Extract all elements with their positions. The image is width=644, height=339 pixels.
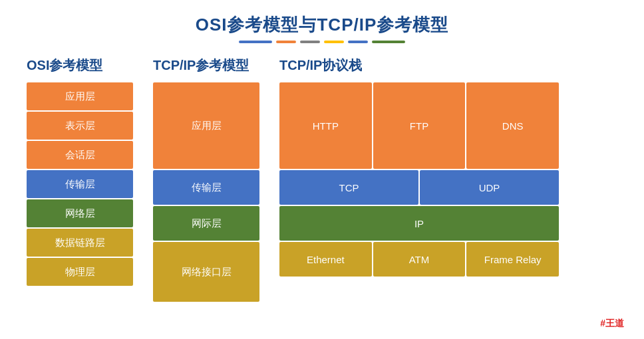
tcpip-proto-header: TCP/IP协议栈: [279, 56, 617, 74]
osi-stack: 应用层表示层会话层传输层网络层数据链路层物理层: [27, 82, 133, 286]
proto-cell-Frame Relay: Frame Relay: [466, 242, 559, 277]
osi-layer-数据链路层: 数据链路层: [27, 229, 133, 257]
page-container: OSI参考模型与TCP/IP参考模型 OSI参考模型 应用层表示层会话层传输层网…: [0, 0, 644, 339]
watermark: #王道: [600, 318, 624, 330]
tcpip-ref-layer-应用层: 应用层: [153, 82, 259, 169]
osi-layer-应用层: 应用层: [27, 82, 133, 110]
decoration-bar: [324, 41, 344, 43]
osi-column: OSI参考模型 应用层表示层会话层传输层网络层数据链路层物理层: [27, 56, 133, 286]
tcpip-ref-column: TCP/IP参考模型 应用层传输层网际层网络接口层: [153, 56, 259, 302]
proto-cell-UDP: UDP: [420, 170, 559, 205]
tcpip-ref-header: TCP/IP参考模型: [153, 56, 259, 74]
proto-cell-IP: IP: [279, 206, 559, 241]
osi-layer-物理层: 物理层: [27, 258, 133, 286]
osi-layer-表示层: 表示层: [27, 112, 133, 140]
proto-row: IP: [279, 206, 559, 241]
decoration-bar: [348, 41, 368, 43]
main-title: OSI参考模型与TCP/IP参考模型: [20, 13, 624, 37]
proto-row: HTTPFTPDNS: [279, 82, 559, 169]
osi-header: OSI参考模型: [27, 56, 133, 74]
decoration-bar: [276, 41, 296, 43]
tcpip-ref-layer-传输层: 传输层: [153, 170, 259, 205]
tcpip-ref-stack: 应用层传输层网际层网络接口层: [153, 82, 259, 302]
proto-cell-ATM: ATM: [373, 242, 466, 277]
title-decoration: [20, 41, 624, 43]
tcpip-ref-layer-网际层: 网际层: [153, 206, 259, 241]
proto-stack: HTTPFTPDNSTCPUDPIPEthernetATMFrame Relay: [279, 82, 559, 277]
proto-cell-DNS: DNS: [466, 82, 559, 169]
osi-layer-会话层: 会话层: [27, 141, 133, 169]
content-area: OSI参考模型 应用层表示层会话层传输层网络层数据链路层物理层 TCP/IP参考…: [20, 56, 624, 302]
proto-cell-Ethernet: Ethernet: [279, 242, 372, 277]
decoration-bar: [300, 41, 320, 43]
tcpip-proto-column: TCP/IP协议栈 HTTPFTPDNSTCPUDPIPEthernetATMF…: [279, 56, 617, 277]
proto-cell-FTP: FTP: [373, 82, 466, 169]
tcpip-ref-layer-网络接口层: 网络接口层: [153, 242, 259, 302]
proto-row: EthernetATMFrame Relay: [279, 242, 559, 277]
osi-layer-网络层: 网络层: [27, 199, 133, 227]
osi-layer-传输层: 传输层: [27, 170, 133, 198]
decoration-bar: [372, 41, 405, 43]
proto-cell-TCP: TCP: [279, 170, 418, 205]
proto-row: TCPUDP: [279, 170, 559, 205]
proto-cell-HTTP: HTTP: [279, 82, 372, 169]
title-section: OSI参考模型与TCP/IP参考模型: [20, 13, 624, 43]
decoration-bar: [239, 41, 272, 43]
